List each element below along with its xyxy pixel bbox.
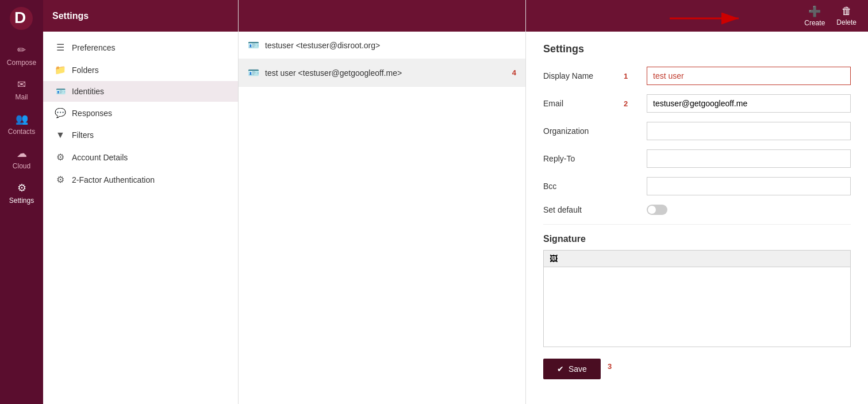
sidebar-label-folders: Folders	[72, 66, 99, 75]
sidebar-label-identities: Identities	[72, 87, 104, 96]
settings-form-title: Settings	[543, 43, 851, 55]
mail-icon: ✉	[17, 78, 26, 91]
bcc-label: Bcc	[543, 182, 612, 191]
image-icon: 🖼	[550, 254, 558, 263]
reply-to-input[interactable]	[647, 149, 851, 168]
sidebar-label-responses: Responses	[72, 109, 112, 118]
nav-label-mail: Mail	[15, 93, 28, 101]
create-icon: ➕	[808, 5, 821, 18]
sidebar-title: Settings	[52, 11, 89, 21]
responses-icon: 💬	[55, 107, 66, 118]
filters-icon: ▼	[55, 130, 66, 140]
nav-bar: D ✏ Compose ✉ Mail 👥 Contacts ☁ Cloud ⚙ …	[0, 0, 43, 404]
nav-label-contacts: Contacts	[8, 128, 35, 136]
nav-label-compose: Compose	[7, 59, 36, 67]
nav-item-contacts[interactable]: 👥 Contacts	[0, 107, 43, 141]
nav-label-cloud: Cloud	[13, 162, 30, 170]
set-default-label: Set default	[543, 205, 612, 214]
identity-icon-2: 🪪	[248, 67, 259, 78]
email-input[interactable]	[647, 94, 851, 113]
form-row-display-name: Display Name 1	[543, 67, 851, 85]
sidebar-label-account-details: Account Details	[72, 153, 128, 162]
two-factor-icon: ⚙	[55, 174, 66, 185]
create-button[interactable]: ➕ Create	[804, 5, 825, 27]
set-default-toggle[interactable]	[647, 205, 667, 215]
save-button[interactable]: ✔ Save	[543, 359, 601, 379]
sidebar-item-responses[interactable]: 💬 Responses	[43, 102, 238, 124]
form-row-email: Email 2	[543, 94, 851, 113]
reply-to-label: Reply-To	[543, 154, 612, 163]
identity-label-2: test user <testuser@getgoogleoff.me>	[265, 68, 402, 78]
display-name-number: 1	[624, 72, 635, 80]
display-name-label: Display Name	[543, 71, 612, 80]
identities-icon: 🪪	[55, 87, 66, 96]
form-row-set-default: Set default	[543, 205, 851, 215]
form-row-organization: Organization	[543, 122, 851, 140]
sidebar-item-folders[interactable]: 📁 Folders	[43, 59, 238, 81]
signature-toolbar: 🖼	[543, 250, 851, 267]
svg-text:D: D	[14, 9, 26, 26]
identities-header	[239, 0, 525, 32]
organization-input[interactable]	[647, 122, 851, 140]
signature-label: Signature	[543, 234, 851, 244]
folders-icon: 📁	[55, 64, 66, 75]
save-check-icon: ✔	[557, 364, 564, 374]
settings-panel: ➕ Create 🗑 Delete Settings Display Name …	[526, 0, 868, 404]
identity-item-2[interactable]: 🪪 test user <testuser@getgoogleoff.me> 4	[239, 59, 525, 87]
signature-editor[interactable]	[543, 267, 851, 347]
sidebar-label-two-factor: 2-Factor Authentication	[72, 175, 155, 184]
preferences-icon: ☰	[55, 42, 66, 53]
nav-label-settings: Settings	[9, 197, 34, 205]
sidebar-item-preferences[interactable]: ☰ Preferences	[43, 36, 238, 59]
delete-button[interactable]: 🗑 Delete	[836, 5, 857, 26]
organization-label: Organization	[543, 126, 612, 136]
sidebar-menu: ☰ Preferences 📁 Folders 🪪 Identities 💬 R…	[43, 32, 238, 195]
cloud-icon: ☁	[17, 147, 27, 160]
contacts-icon: 👥	[16, 113, 28, 125]
settings-icon: ⚙	[17, 182, 26, 194]
email-label: Email	[543, 99, 612, 108]
nav-item-compose[interactable]: ✏ Compose	[0, 38, 43, 72]
account-details-icon: ⚙	[55, 152, 66, 163]
save-row: ✔ Save 3	[543, 347, 851, 385]
section-divider	[543, 224, 851, 225]
delete-icon: 🗑	[842, 5, 852, 17]
settings-content: Settings Display Name 1 Email 2 Organiza…	[526, 32, 868, 404]
bcc-input[interactable]	[647, 177, 851, 195]
compose-icon: ✏	[17, 44, 26, 56]
nav-item-cloud[interactable]: ☁ Cloud	[0, 141, 43, 176]
sidebar-item-account-details[interactable]: ⚙ Account Details	[43, 146, 238, 168]
sidebar: Settings ☰ Preferences 📁 Folders 🪪 Ident…	[43, 0, 239, 404]
form-row-bcc: Bcc	[543, 177, 851, 195]
nav-item-mail[interactable]: ✉ Mail	[0, 72, 43, 107]
save-label: Save	[569, 364, 587, 374]
identity-item-1[interactable]: 🪪 testuser <testuser@disroot.org>	[239, 32, 525, 59]
sidebar-label-preferences: Preferences	[72, 43, 115, 52]
app-logo[interactable]: D	[9, 6, 34, 33]
nav-item-settings[interactable]: ⚙ Settings	[0, 176, 43, 210]
sidebar-label-filters: Filters	[72, 130, 94, 140]
form-row-reply-to: Reply-To	[543, 149, 851, 168]
identities-panel: 🪪 testuser <testuser@disroot.org> 🪪 test…	[239, 0, 526, 404]
identity-icon-1: 🪪	[248, 40, 259, 51]
sidebar-header: Settings	[43, 0, 238, 32]
identity-label-1: testuser <testuser@disroot.org>	[265, 41, 380, 50]
delete-label: Delete	[836, 18, 857, 26]
create-label: Create	[804, 19, 825, 27]
sidebar-item-two-factor[interactable]: ⚙ 2-Factor Authentication	[43, 168, 238, 191]
sidebar-item-filters[interactable]: ▼ Filters	[43, 124, 238, 146]
display-name-input[interactable]	[647, 67, 851, 85]
email-number: 2	[624, 99, 635, 108]
save-number: 3	[608, 362, 612, 371]
sidebar-item-identities[interactable]: 🪪 Identities	[43, 81, 238, 102]
settings-topbar: ➕ Create 🗑 Delete	[526, 0, 868, 32]
identity-badge-2: 4	[512, 68, 516, 77]
